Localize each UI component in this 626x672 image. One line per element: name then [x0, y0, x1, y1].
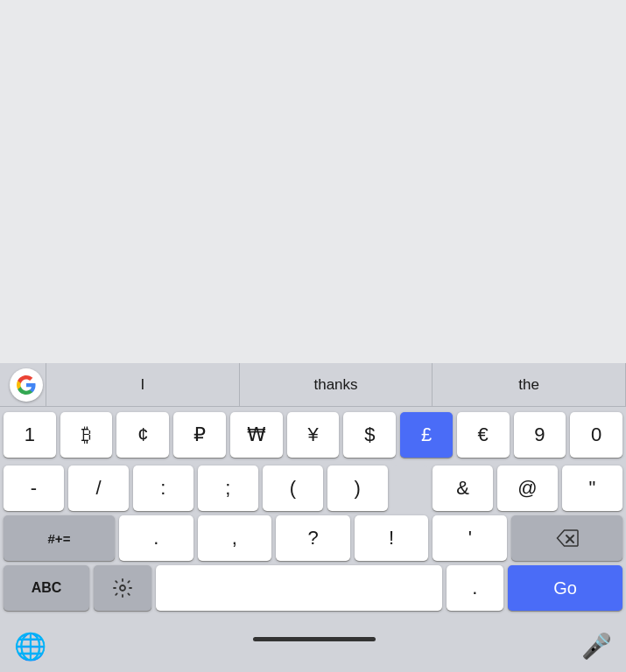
key-settings[interactable] [94, 565, 151, 611]
keyboard-container: I thanks the 1 ₿ ¢ ₽ ₩ ¥ $ £ € 9 0 - / :… [0, 363, 626, 672]
key-dollar[interactable]: $ [343, 412, 396, 458]
key-euro[interactable]: € [457, 412, 510, 458]
key-go[interactable]: Go [508, 565, 622, 611]
key-9[interactable]: 9 [514, 412, 566, 458]
svg-point-2 [120, 585, 125, 591]
key-hashplus[interactable]: #+= [4, 515, 115, 561]
bottom-bar: 🌐 🎤 [0, 616, 626, 672]
key-1[interactable]: 1 [4, 412, 56, 458]
key-abc[interactable]: ABC [4, 565, 89, 611]
key-open-paren[interactable]: ( [263, 466, 323, 511]
key-quote[interactable]: " [562, 466, 622, 511]
key-spacer [392, 466, 428, 511]
suggestions: I thanks the [46, 363, 626, 406]
key-close-paren[interactable]: ) [327, 466, 388, 511]
key-minus[interactable]: - [4, 466, 64, 511]
key-colon[interactable]: : [133, 466, 193, 511]
currency-row: 1 ₿ ¢ ₽ ₩ ¥ $ £ € 9 0 [0, 407, 626, 461]
key-bitcoin[interactable]: ₿ [60, 412, 113, 458]
key-space[interactable] [156, 565, 442, 611]
key-at[interactable]: @ [497, 466, 558, 511]
key-cent[interactable]: ¢ [116, 412, 169, 458]
key-exclaim[interactable]: ! [355, 515, 429, 561]
symbol-row-1: - / : ; ( ) & @ " [0, 461, 626, 511]
key-semicolon[interactable]: ; [198, 466, 258, 511]
key-question[interactable]: ? [276, 515, 350, 561]
suggestion-i[interactable]: I [46, 363, 239, 406]
home-indicator [253, 637, 376, 641]
key-period[interactable]: . [119, 515, 193, 561]
suggestions-bar: I thanks the [0, 363, 626, 407]
google-logo [7, 366, 46, 404]
top-area [0, 0, 626, 363]
google-circle [10, 368, 43, 402]
suggestion-thanks[interactable]: thanks [239, 363, 433, 406]
key-0[interactable]: 0 [570, 412, 622, 458]
key-yen[interactable]: ¥ [287, 412, 340, 458]
key-ruble[interactable]: ₽ [173, 412, 226, 458]
key-comma[interactable]: , [198, 515, 272, 561]
key-slash[interactable]: / [68, 466, 129, 511]
symbol-row-2: #+= . , ? ! ' [0, 511, 626, 561]
mic-icon[interactable]: 🎤 [581, 632, 612, 661]
bottom-key-row: ABC . Go [0, 561, 626, 616]
suggestion-the[interactable]: the [432, 363, 626, 406]
key-delete[interactable] [511, 515, 622, 561]
key-won[interactable]: ₩ [230, 412, 283, 458]
globe-icon[interactable]: 🌐 [14, 631, 46, 662]
key-ampersand[interactable]: & [433, 466, 493, 511]
key-apostrophe[interactable]: ' [433, 515, 507, 561]
key-period-bottom[interactable]: . [447, 565, 503, 611]
key-pound[interactable]: £ [400, 412, 453, 458]
